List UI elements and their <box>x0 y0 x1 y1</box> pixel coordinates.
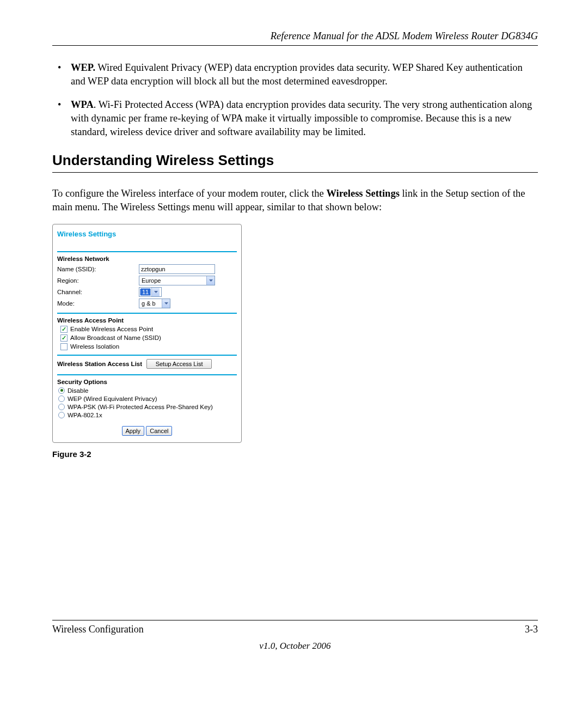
region-select[interactable]: Europe <box>139 276 215 285</box>
page-footer: Wireless Configuration 3-3 v1.0, October… <box>52 620 538 652</box>
bullet-wep-lead: WEP. <box>71 62 95 73</box>
enable-ap-checkbox[interactable] <box>60 326 68 333</box>
security-disable-radio[interactable] <box>58 387 65 394</box>
security-options-label: Security Options <box>57 379 237 385</box>
document-header: Reference Manual for the ADSL Modem Wire… <box>52 31 538 46</box>
security-wep-row[interactable]: WEP (Wired Equivalent Privacy) <box>58 395 237 402</box>
intro-pre: To configure the Wireless interface of y… <box>52 188 326 199</box>
wireless-isolation-row[interactable]: Wireless Isolation <box>60 343 237 350</box>
security-wpa8021x-row[interactable]: WPA-802.1x <box>58 412 237 418</box>
security-wpapsk-radio[interactable] <box>58 404 65 410</box>
apply-button[interactable]: Apply <box>122 426 145 436</box>
allow-broadcast-label: Allow Broadcast of Name (SSID) <box>70 334 161 341</box>
ssid-label: Name (SSID): <box>57 266 139 272</box>
mode-selected: g & b <box>139 300 158 307</box>
chevron-down-icon <box>151 288 160 296</box>
security-wpapsk-label: WPA-PSK (Wi-Fi Protected Access Pre-Shar… <box>68 404 213 410</box>
bullet-wpa: WPA. Wi-Fi Protected Access (WPA) data e… <box>52 98 538 139</box>
intro-bold: Wireless Settings <box>326 188 399 199</box>
allow-broadcast-row[interactable]: Allow Broadcast of Name (SSID) <box>60 334 237 342</box>
region-selected: Europe <box>139 277 163 284</box>
wireless-isolation-label: Wireless Isolation <box>70 343 119 350</box>
chevron-down-icon <box>206 276 215 285</box>
access-list-label: Wireless Station Access List <box>57 361 142 367</box>
setup-access-list-button[interactable]: Setup Access List <box>146 359 212 369</box>
wireless-isolation-checkbox[interactable] <box>60 343 68 350</box>
section-heading: Understanding Wireless Settings <box>52 152 538 173</box>
ssid-input[interactable] <box>139 264 215 274</box>
enable-ap-label: Enable Wireless Access Point <box>70 326 153 332</box>
svg-marker-0 <box>209 279 213 282</box>
security-wpapsk-row[interactable]: WPA-PSK (Wi-Fi Protected Access Pre-Shar… <box>58 404 237 410</box>
security-wpa8021x-radio[interactable] <box>58 412 65 418</box>
cancel-button[interactable]: Cancel <box>146 426 172 436</box>
channel-select[interactable]: 11 <box>139 287 162 297</box>
footer-left: Wireless Configuration <box>52 624 144 635</box>
region-label: Region: <box>57 277 139 284</box>
security-disable-label: Disable <box>68 387 88 394</box>
channel-selected: 11 <box>140 288 151 296</box>
figure-caption: Figure 3-2 <box>52 449 538 459</box>
security-wep-label: WEP (Wired Equivalent Privacy) <box>68 395 157 402</box>
channel-label: Channel: <box>57 289 139 295</box>
svg-marker-1 <box>154 291 158 293</box>
wireless-network-label: Wireless Network <box>57 255 237 262</box>
figure: Wireless Settings Wireless Network Name … <box>52 224 538 459</box>
mode-label: Mode: <box>57 300 139 307</box>
security-disable-row[interactable]: Disable <box>58 387 237 394</box>
intro-paragraph: To configure the Wireless interface of y… <box>52 187 538 214</box>
bullet-wep: WEP. Wired Equivalent Privacy (WEP) data… <box>52 61 538 88</box>
panel-title: Wireless Settings <box>57 229 237 249</box>
bullet-wep-text: Wired Equivalent Privacy (WEP) data encr… <box>71 62 523 87</box>
bullet-wpa-text: . Wi-Fi Protected Access (WPA) data encr… <box>71 99 532 137</box>
footer-right: 3-3 <box>525 624 538 635</box>
allow-broadcast-checkbox[interactable] <box>60 334 68 342</box>
wireless-ap-label: Wireless Access Point <box>57 317 237 324</box>
security-wpa8021x-label: WPA-802.1x <box>68 412 102 418</box>
wireless-settings-panel: Wireless Settings Wireless Network Name … <box>52 224 242 443</box>
bullet-wpa-lead: WPA <box>71 99 94 110</box>
chevron-down-icon <box>162 299 170 308</box>
footer-version: v1.0, October 2006 <box>52 641 538 652</box>
svg-marker-2 <box>164 302 168 305</box>
bullet-list: WEP. Wired Equivalent Privacy (WEP) data… <box>52 61 538 139</box>
mode-select[interactable]: g & b <box>139 299 170 308</box>
enable-ap-row[interactable]: Enable Wireless Access Point <box>60 326 237 333</box>
security-wep-radio[interactable] <box>58 395 65 402</box>
